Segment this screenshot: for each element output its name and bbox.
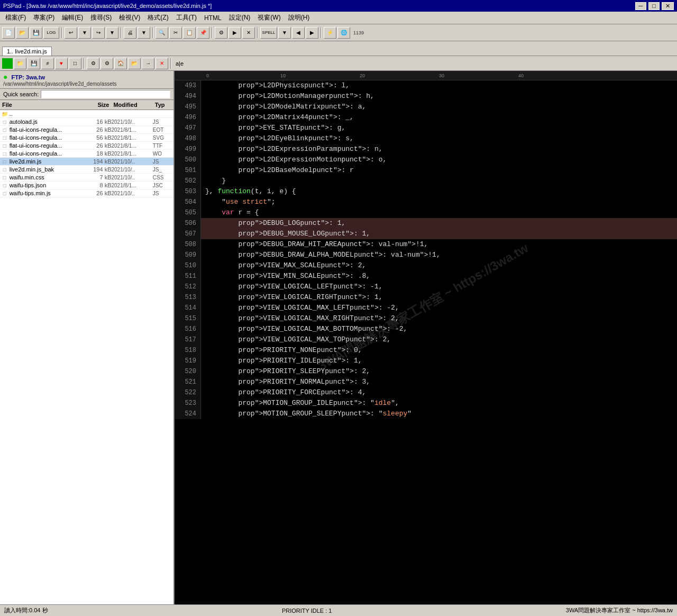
file-row[interactable]: □flat-ui-icons-regula...56 kB2021/8/1...… — [0, 134, 173, 142]
spell-btn[interactable]: SPELL — [260, 27, 277, 39]
line-number: 507 — [175, 229, 201, 239]
home-btn[interactable]: 🏠 — [114, 58, 127, 69]
menu-settings[interactable]: 設定(N) — [226, 12, 254, 23]
arrow-btn[interactable]: → — [142, 58, 154, 69]
code-line: 504 "use strict"; — [175, 197, 677, 207]
quick-search-input[interactable] — [41, 90, 170, 98]
file-size: 26 kB — [83, 190, 112, 196]
menu-window[interactable]: 視窗(W) — [254, 12, 283, 23]
line-number: 508 — [175, 239, 201, 250]
copy-btn[interactable]: 📋 — [183, 27, 196, 39]
file-icon: □ — [0, 119, 10, 125]
save2-btn[interactable]: 💾 — [28, 58, 40, 69]
code-line: 500 prop">L2DExpressionMotionpunct">: o, — [175, 155, 677, 165]
file-row[interactable]: □waifu-tips.min.js26 kB2021/10/..JS — [0, 189, 173, 197]
menu-html[interactable]: HTML — [201, 13, 225, 23]
line-content: prop">VIEW_LOGICAL_RIGHTpunct">: 1, — [201, 292, 387, 303]
menu-edit[interactable]: 編輯(E) — [59, 12, 86, 23]
code-line: 512 prop">VIEW_LOGICAL_LEFTpunct">: -1, — [175, 282, 677, 292]
undo-dropdown[interactable]: ▼ — [78, 27, 91, 39]
run-btn[interactable]: ▶ — [228, 27, 241, 39]
extra-btn1[interactable]: ⚡ — [324, 27, 336, 39]
content-area: ● FTP: 3wa.tw /var/www/html/inc/javascri… — [0, 71, 677, 604]
line-content: prop">DEBUG_DRAW_HIT_AREApunct">: val-nu… — [201, 239, 432, 250]
menu-tools[interactable]: 工具(T) — [173, 12, 200, 23]
delete-btn[interactable]: ✕ — [155, 58, 168, 69]
heart-btn[interactable]: ♥ — [55, 58, 68, 69]
code-line: 524 prop">MOTION_GROUP_SLEEPYpunct">: "s… — [175, 409, 677, 419]
window2-btn[interactable]: □ — [69, 58, 81, 69]
undo-btn[interactable]: ↩ — [65, 27, 77, 39]
new-btn[interactable]: 📄 — [2, 27, 15, 39]
hash-btn[interactable]: # — [41, 58, 54, 69]
file-row[interactable]: □waifu-tips.json8 kB2021/8/1...JSC — [0, 182, 173, 189]
redo-dropdown[interactable]: ▼ — [106, 27, 118, 39]
file-icon: □ — [0, 191, 10, 196]
code-line: 503}, function(t, i, e) { — [175, 186, 677, 197]
folder3-btn[interactable]: 📂 — [128, 58, 141, 69]
file-row[interactable]: □waifu.min.css7 kB2021/10/..CSS — [0, 174, 173, 182]
paste-btn[interactable]: 📌 — [197, 27, 209, 39]
log-btn[interactable]: LOG — [43, 27, 59, 39]
ruler-20: 20 — [360, 73, 365, 78]
open-btn[interactable]: 📂 — [16, 27, 29, 39]
settings-btn2[interactable]: ⚙ — [100, 58, 113, 69]
line-content: } — [201, 176, 230, 186]
menu-project[interactable]: 專案(P) — [30, 12, 58, 23]
line-content: prop">L2DEyeBlinkpunct">: s, — [201, 133, 358, 144]
file-size: 16 kB — [83, 119, 112, 125]
spell-dropdown[interactable]: ▼ — [278, 27, 291, 39]
stop-btn[interactable]: ✕ — [242, 27, 255, 39]
line-number: 515 — [175, 313, 201, 324]
file-row[interactable]: □live2d.min.js194 kB2021/10/..JS — [0, 158, 173, 166]
tab-live2d[interactable]: 1.. live2d.min.js — [2, 47, 52, 56]
menu-file[interactable]: 檔案(F) — [2, 12, 29, 23]
find-btn[interactable]: 🔍 — [155, 27, 168, 39]
line-content: prop">VIEW_MIN_SCALEpunct">: .8, — [201, 271, 374, 282]
folder-btn[interactable]: 📁 — [14, 58, 26, 69]
line-content: prop">VIEW_LOGICAL_MAX_TOPpunct">: 2, — [201, 334, 395, 345]
second-toolbar: 📁 💾 # ♥ □ ⚙ ⚙ 🏠 📂 → ✕ a|e — [0, 56, 677, 71]
window-controls[interactable]: ─ □ ✕ — [635, 2, 674, 10]
cut-btn[interactable]: ✂ — [169, 27, 182, 39]
line-content: }, function(t, i, e) { — [201, 186, 300, 197]
code-line: 510 prop">VIEW_MAX_SCALEpunct">: 2, — [175, 260, 677, 271]
file-row[interactable]: □live2d.min.js_bak194 kB2021/10/..JS_ — [0, 166, 173, 174]
file-modified: 2021/10/.. — [112, 175, 153, 180]
print-btn[interactable]: 🖨 — [124, 27, 136, 39]
code-line: 496 prop">L2DMatrix44punct">: _, — [175, 112, 677, 123]
priority-idle-text: PRIORITY IDLE : 1 — [282, 608, 332, 614]
file-modified: 2021/8/1... — [112, 127, 153, 133]
save-btn[interactable]: 💾 — [30, 27, 42, 39]
line-content: prop">L2DModelMatrixpunct">: a, — [201, 102, 370, 112]
settings-btn1[interactable]: ⚙ — [87, 58, 99, 69]
file-modified: 2021/10/.. — [112, 167, 153, 173]
line-number: 513 — [175, 292, 201, 303]
code-line: 521 prop">PRIORITY_NORMALpunct">: 3, — [175, 377, 677, 387]
extra-btn2[interactable]: 🌐 — [337, 27, 350, 39]
code-line: 509 prop">DEBUG_DRAW_ALPHA_MODELpunct">:… — [175, 250, 677, 260]
menu-format[interactable]: 格式(Z) — [144, 12, 171, 23]
file-row[interactable]: □flat-ui-icons-regula...26 kB2021/8/1...… — [0, 142, 173, 150]
menu-search[interactable]: 搜尋(S) — [87, 12, 115, 23]
line-number: 514 — [175, 303, 201, 313]
redo-btn[interactable]: ↪ — [92, 27, 105, 39]
nav-next[interactable]: ▶ — [306, 27, 318, 39]
code-area[interactable]: 493 prop">L2DPhysicspunct">: l,494 prop"… — [175, 80, 677, 604]
line-number: 501 — [175, 165, 201, 176]
file-row[interactable]: 📁.. — [0, 110, 173, 118]
menu-help[interactable]: 說明(H) — [285, 12, 313, 23]
nav-prev[interactable]: ◀ — [292, 27, 305, 39]
line-content: prop">VIEW_LOGICAL_MAX_LEFTpunct">: -2, — [201, 303, 404, 313]
file-icon: □ — [0, 135, 10, 141]
file-row[interactable]: □flat-ui-icons-regula...26 kB2021/8/1...… — [0, 126, 173, 134]
print-dropdown[interactable]: ▼ — [138, 27, 150, 39]
file-row[interactable]: □flat-ui-icons-regula...18 kB2021/8/1...… — [0, 150, 173, 158]
file-row[interactable]: □autoload.js16 kB2021/10/..JS — [0, 118, 173, 126]
compile-btn[interactable]: ⚙ — [215, 27, 227, 39]
ruler-10: 10 — [280, 73, 286, 78]
line-content: prop">L2DMotionManagerpunct">: h, — [201, 91, 379, 102]
code-line: 518 prop">PRIORITY_NONEpunct">: 0, — [175, 345, 677, 356]
menu-view[interactable]: 檢視(V) — [116, 12, 143, 23]
file-size: 194 kB — [83, 158, 112, 165]
